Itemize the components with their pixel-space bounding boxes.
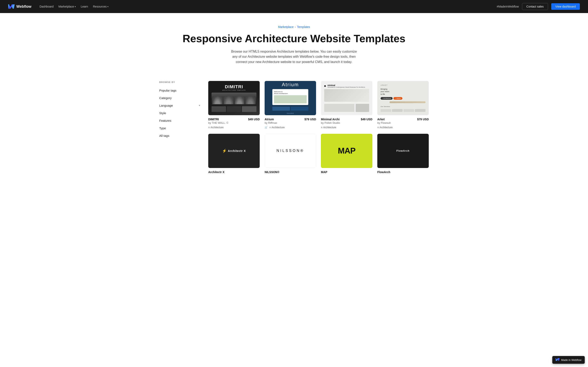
template-card-minimal[interactable]: minimal Minimalist & Contemporary Visual…: [321, 81, 372, 129]
card-info-flowarch: FlowArch: [377, 170, 429, 174]
card-author-minimal: by Polish Studio: [321, 121, 372, 124]
card-info-map: MAP: [321, 170, 372, 174]
breadcrumb-marketplace-link[interactable]: Marketplace: [278, 25, 294, 29]
card-tags-dimitri: ≡ Architecture: [208, 126, 260, 129]
card-thumb-atrium: Atrium Welcome toAtrium architecture fou…: [265, 81, 316, 115]
card-title-architectr: Architectr X: [208, 170, 224, 174]
logo-text: Webflow: [16, 4, 31, 9]
card-title-flowarch: FlowArch: [377, 170, 390, 174]
layers-icon: ≡: [208, 126, 210, 129]
sidebar-item-style[interactable]: Style: [159, 109, 200, 117]
sidebar-item-all-tags[interactable]: All tags: [159, 132, 200, 140]
card-title-dimitri: DIMITRI: [208, 118, 219, 121]
layers-icon-2: ≡: [269, 126, 271, 129]
card-tag-cart-icon: 🛒: [265, 126, 268, 129]
nav-link-resources[interactable]: Resources ▾: [91, 4, 110, 9]
template-card-arket[interactable]: ARKET Bringingyour visionto life ○ Archi…: [377, 81, 429, 129]
marketplace-chevron-icon: ▾: [75, 6, 76, 8]
templates-grid-area: DIMITRI ARCHITECTURE TEMPLATE: [208, 81, 429, 174]
sidebar: BROWSE BY Popular tags Category Language…: [159, 81, 200, 174]
card-info-dimitri: DIMITRI $49 USD by THE WALL. © ≡ Archite…: [208, 118, 260, 129]
nav-link-marketplace[interactable]: Marketplace ▾: [57, 4, 77, 9]
card-title-arket: Arket: [377, 118, 385, 121]
thumb-dimitri-visual: DIMITRI ARCHITECTURE TEMPLATE: [208, 81, 260, 115]
thumb-flowarch-visual: FlowArch: [377, 134, 429, 168]
templates-grid: DIMITRI ARCHITECTURE TEMPLATE: [208, 81, 429, 174]
template-card-atrium[interactable]: Atrium Welcome toAtrium architecture fou…: [265, 81, 316, 129]
card-tag-architecture-arket: ≡ Architecture: [377, 126, 393, 129]
card-thumb-dimitri: DIMITRI ARCHITECTURE TEMPLATE: [208, 81, 260, 115]
contact-sales-button[interactable]: Contact sales: [522, 3, 548, 10]
thumb-architectr-visual: ⚡ Architectr X: [208, 134, 260, 168]
card-info-arket: Arket $79 USD by Flowsuit ≡ Architecture: [377, 118, 429, 129]
card-price-minimal: $49 USD: [361, 118, 372, 121]
sidebar-item-type[interactable]: Type: [159, 124, 200, 132]
card-author-dimitri: by THE WALL. ©: [208, 121, 260, 124]
made-in-webflow-nav: #MadeInWebflow: [497, 5, 519, 8]
card-thumb-nilsson: NILSSON®: [265, 134, 316, 168]
card-thumb-minimal: minimal Minimalist & Contemporary Visual…: [321, 81, 372, 115]
card-info-nilsson: NILSSON®: [265, 170, 316, 174]
logo[interactable]: Webflow: [8, 4, 31, 9]
architectr-bolt-icon: ⚡: [222, 149, 227, 153]
template-card-nilsson[interactable]: NILSSON® NILSSON®: [265, 134, 316, 174]
hero-section: Marketplace › Templates Responsive Archi…: [0, 13, 588, 73]
browse-by-label: BROWSE BY: [159, 81, 200, 83]
sidebar-item-popular-tags[interactable]: Popular tags: [159, 87, 200, 94]
card-title-minimal: Minimal Archi: [321, 118, 339, 121]
language-chevron-icon: ▾: [199, 104, 200, 107]
view-dashboard-button[interactable]: View dashboard: [551, 3, 580, 10]
card-thumb-arket: ARKET Bringingyour visionto life ○ Archi…: [377, 81, 429, 115]
sidebar-item-features[interactable]: Features: [159, 117, 200, 124]
card-price-atrium: $79 USD: [304, 118, 316, 121]
thumb-map-visual: MAP: [321, 134, 372, 168]
card-title-atrium: Atrium: [265, 118, 274, 121]
card-thumb-architectr: ⚡ Architectr X: [208, 134, 260, 168]
card-tag-architecture-minimal: ≡ Architecture: [321, 126, 336, 129]
breadcrumb: Marketplace › Templates: [4, 25, 584, 29]
card-info-minimal: Minimal Archi $49 USD by Polish Studio ≡…: [321, 118, 372, 129]
breadcrumb-separator: ›: [295, 25, 296, 29]
card-author-atrium: by Riffmax: [265, 121, 316, 124]
nav-link-dashboard[interactable]: Dashboard: [38, 4, 55, 9]
sidebar-item-language[interactable]: Language ▾: [159, 102, 200, 109]
card-tag-architecture: ≡ Architecture: [208, 126, 224, 129]
card-tags-atrium: 🛒 ≡ Architecture: [265, 126, 316, 129]
card-tags-arket: ≡ Architecture: [377, 126, 429, 129]
card-thumb-flowarch: FlowArch: [377, 134, 429, 168]
page-title: Responsive Architecture Website Template…: [4, 33, 584, 45]
breadcrumb-current: Templates: [297, 25, 310, 29]
template-card-dimitri[interactable]: DIMITRI ARCHITECTURE TEMPLATE: [208, 81, 260, 129]
card-info-atrium: Atrium $79 USD by Riffmax 🛒 ≡ Architectu…: [265, 118, 316, 129]
thumb-nilsson-visual: NILSSON®: [265, 134, 316, 168]
navbar: Webflow Dashboard Marketplace ▾ Learn Re…: [0, 0, 588, 13]
card-title-map: MAP: [321, 170, 327, 174]
card-price-arket: $79 USD: [417, 118, 429, 121]
cart-icon: 🛒: [265, 126, 268, 129]
card-price-dimitri: $49 USD: [248, 118, 260, 121]
thumb-minimal-visual: minimal Minimalist & Contemporary Visual…: [321, 81, 372, 115]
layers-icon-4: ≡: [377, 126, 379, 129]
card-tags-minimal: ≡ Architecture: [321, 126, 372, 129]
template-card-architectr[interactable]: ⚡ Architectr X Architectr X: [208, 134, 260, 174]
hero-description: Browse our HTML5 responsive Architecture…: [229, 49, 359, 65]
nav-links: Dashboard Marketplace ▾ Learn Resources …: [38, 4, 110, 9]
card-info-architectr: Architectr X: [208, 170, 260, 174]
thumb-atrium-visual: Atrium Welcome toAtrium architecture fou…: [265, 81, 316, 115]
card-tag-architecture-atrium: ≡ Architecture: [269, 126, 285, 129]
card-author-arket: by Flowsuit: [377, 121, 429, 124]
webflow-logo-icon: [8, 4, 15, 9]
sidebar-item-category[interactable]: Category: [159, 94, 200, 102]
nav-link-learn[interactable]: Learn: [79, 4, 90, 9]
template-card-map[interactable]: MAP MAP: [321, 134, 372, 174]
layers-icon-3: ≡: [321, 126, 322, 129]
content-area: BROWSE BY Popular tags Category Language…: [151, 81, 437, 174]
thumb-arket-visual: ARKET Bringingyour visionto life ○ Archi…: [377, 81, 429, 115]
resources-chevron-icon: ▾: [107, 6, 108, 8]
template-card-flowarch[interactable]: FlowArch FlowArch: [377, 134, 429, 174]
card-thumb-map: MAP: [321, 134, 372, 168]
nav-right: #MadeInWebflow Contact sales View dashbo…: [497, 3, 580, 10]
card-title-nilsson: NILSSON®: [265, 170, 279, 174]
